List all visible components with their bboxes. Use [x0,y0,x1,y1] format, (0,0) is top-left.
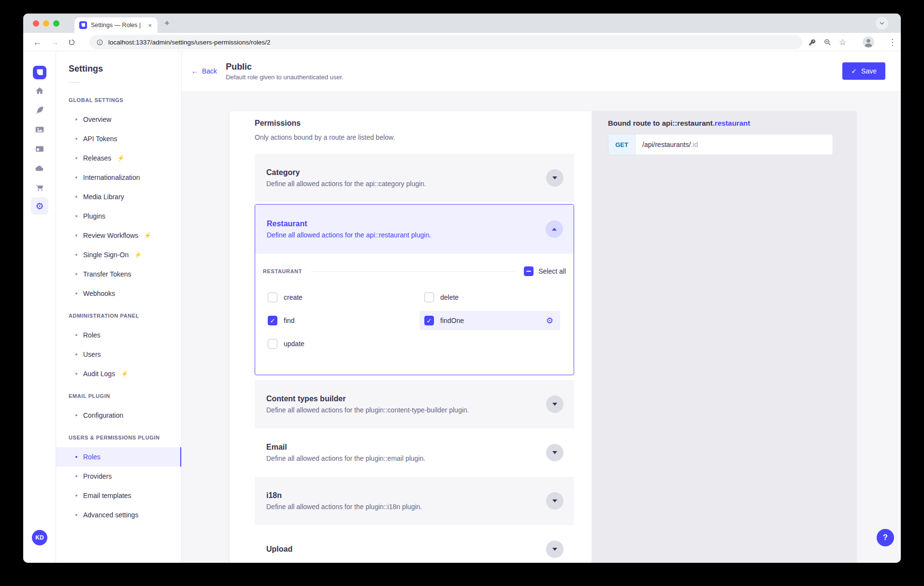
page-subtitle: Default role given to unauthenticated us… [226,73,344,81]
settings-gear-icon[interactable]: ⚙ [31,197,48,215]
site-info-icon[interactable] [96,39,103,46]
select-all-label: Select all [538,267,566,275]
sidebar-item-single-sign-on[interactable]: Single Sign-On⚡ [56,245,181,264]
home-icon[interactable] [34,85,45,97]
marketplace-cart-icon[interactable] [34,182,45,193]
strapi-admin: ⚙ KD Settings GLOBAL SETTINGS Overview A… [23,51,901,563]
sidebar-item-up-roles[interactable]: Roles [56,447,181,467]
accordion-description: Define all allowed actions for the plugi… [266,454,546,462]
permissions-card: Permissions Only actions bound by a rout… [230,111,856,563]
accordion-upload[interactable]: Upload [255,525,574,563]
user-avatar[interactable]: KD [32,530,47,545]
sidebar-item-users[interactable]: Users [56,345,181,364]
browser-profile-avatar[interactable] [862,33,875,51]
action-settings-gear-icon[interactable]: ⚙ [546,316,553,326]
content-scroll-area[interactable]: Permissions Only actions bound by a rout… [182,91,901,563]
bullet-icon [75,514,77,516]
expand-accordion-button[interactable] [546,169,563,187]
bullet-icon [75,234,77,236]
sidebar-item-overview[interactable]: Overview [56,110,181,129]
tab-search-button[interactable] [876,17,888,29]
route-param: :id [691,141,698,148]
accordion-restaurant-header[interactable]: Restaurant Define all allowed actions fo… [255,205,574,254]
collapse-accordion-button[interactable] [546,220,563,238]
accordion-i18n[interactable]: i18n Define all allowed actions for the … [255,477,574,525]
sidebar-item-providers[interactable]: Providers [56,467,181,486]
browser-back-button[interactable]: ← [33,33,42,51]
feature-lightning-icon: ⚡ [134,251,142,258]
close-window-button[interactable] [33,20,39,27]
browser-toolbar: ← → localhost:1337/admin/settings/users-… [23,33,901,51]
bullet-icon [75,414,77,416]
bound-route-panel: Bound route to api::restaurant.restauran… [592,111,856,563]
browser-tab[interactable]: Settings — Roles | Strapi × [74,17,158,33]
chevron-down-icon [552,451,557,454]
new-tab-button[interactable]: + [164,18,170,29]
expand-accordion-button[interactable] [546,492,563,510]
back-link[interactable]: ← Back [191,67,217,75]
browser-forward-button[interactable]: → [50,33,59,51]
action-findone[interactable]: findOne ⚙ [419,311,560,330]
settings-sidebar: Settings GLOBAL SETTINGS Overview API To… [56,51,182,563]
sidebar-item-admin-roles[interactable]: Roles [56,325,181,345]
chevron-down-icon [552,403,557,406]
save-button[interactable]: ✓ Save [842,62,885,80]
permissions-title: Permissions [255,119,574,128]
media-library-icon[interactable] [34,124,45,135]
password-manager-icon[interactable] [808,33,816,51]
check-icon: ✓ [851,67,857,75]
zoom-page-icon[interactable] [823,33,832,51]
sidebar-item-audit-logs[interactable]: Audit Logs⚡ [56,364,181,383]
sidebar-item-advanced-settings[interactable]: Advanced settings [56,505,181,525]
accordion-description: Define all allowed actions for the plugi… [266,406,546,414]
find-checkbox[interactable] [268,316,277,325]
create-checkbox[interactable] [268,293,277,302]
sidebar-item-review-workflows[interactable]: Review Workflows⚡ [56,226,181,245]
section-header-email-plugin: EMAIL PLUGIN [56,386,181,406]
minimize-window-button[interactable] [43,20,49,27]
help-button[interactable]: ? [877,529,894,546]
sidebar-item-internationalization[interactable]: Internationalization [56,168,181,187]
route-field[interactable]: GET /api/restaurants/:id [608,134,833,155]
feature-lightning-icon: ⚡ [144,232,151,239]
select-all-checkbox[interactable] [524,266,534,276]
accordion-email[interactable]: Email Define all allowed actions for the… [255,428,574,477]
zoom-window-button[interactable] [53,20,59,27]
sidebar-item-api-tokens[interactable]: API Tokens [56,129,181,148]
accordion-description: Define all allowed actions for the api::… [266,180,546,188]
accordion-description: Define all allowed actions for the plugi… [266,503,546,511]
bookmark-star-icon[interactable]: ☆ [839,33,846,51]
permissions-panel: Permissions Only actions bound by a rout… [230,111,592,563]
browser-menu-icon[interactable]: ⋮ [888,33,896,51]
action-label: delete [440,293,459,301]
update-checkbox[interactable] [268,339,277,349]
sidebar-item-media-library[interactable]: Media Library [56,187,181,206]
sidebar-item-configuration[interactable]: Configuration [56,406,181,425]
deploy-cloud-icon[interactable] [34,162,45,174]
sidebar-item-releases[interactable]: Releases⚡ [56,148,181,168]
strapi-logo[interactable] [33,66,46,79]
content-manager-icon[interactable] [34,104,45,116]
expand-accordion-button[interactable] [546,541,563,558]
browser-reload-button[interactable] [68,33,76,51]
tab-close-icon[interactable]: × [147,22,153,29]
bullet-icon [75,373,77,375]
http-method-badge: GET [608,134,635,155]
chevron-down-icon [552,548,557,551]
section-header-global-settings: GLOBAL SETTINGS [56,90,181,110]
restaurant-section-row: RESTAURANT Select all [263,266,566,276]
findone-checkbox[interactable] [424,316,434,325]
content-type-builder-icon[interactable] [34,143,45,155]
feature-lightning-icon: ⚡ [117,155,124,161]
sidebar-item-email-templates[interactable]: Email templates [56,486,181,505]
accordion-content-types-builder[interactable]: Content types builder Define all allowed… [255,380,574,428]
expand-accordion-button[interactable] [546,444,563,461]
strapi-favicon-icon [79,21,87,29]
sidebar-item-plugins[interactable]: Plugins [56,206,181,226]
sidebar-item-webhooks[interactable]: Webhooks [56,284,181,303]
expand-accordion-button[interactable] [546,396,563,413]
accordion-category[interactable]: Category Define all allowed actions for … [255,154,574,202]
sidebar-item-transfer-tokens[interactable]: Transfer Tokens [56,264,181,284]
delete-checkbox[interactable] [424,293,434,302]
address-bar[interactable]: localhost:1337/admin/settings/users-perm… [89,35,802,49]
